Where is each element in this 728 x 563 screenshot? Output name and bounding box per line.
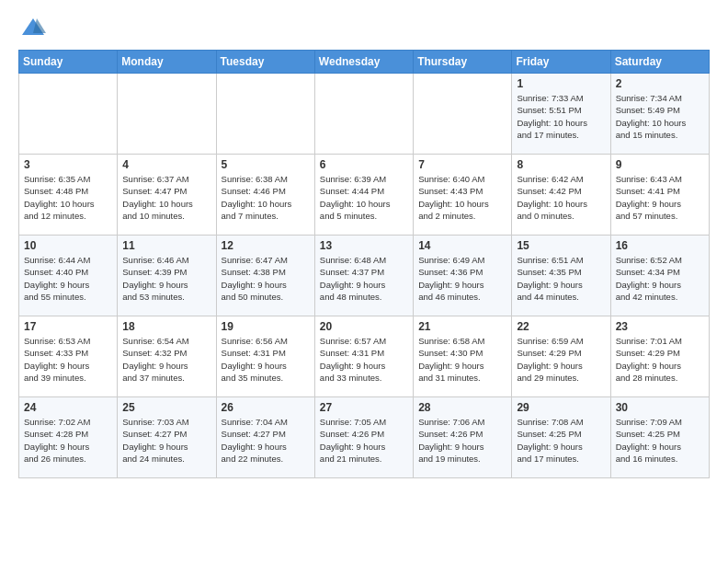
day-number: 4 <box>122 158 210 171</box>
calendar-cell: 30Sunrise: 7:09 AM Sunset: 4:25 PM Dayli… <box>610 397 709 478</box>
day-number: 16 <box>616 239 704 252</box>
weekday-header-thursday: Thursday <box>414 51 512 74</box>
day-number: 17 <box>24 320 112 333</box>
day-number: 20 <box>320 320 408 333</box>
day-number: 30 <box>616 401 704 414</box>
weekday-header-wednesday: Wednesday <box>314 51 413 74</box>
calendar-cell: 8Sunrise: 6:42 AM Sunset: 4:42 PM Daylig… <box>512 155 610 236</box>
week-row-4: 24Sunrise: 7:02 AM Sunset: 4:28 PM Dayli… <box>19 397 710 478</box>
day-number: 29 <box>517 401 605 414</box>
day-info: Sunrise: 6:35 AM Sunset: 4:48 PM Dayligh… <box>24 173 112 222</box>
calendar-cell: 1Sunrise: 7:33 AM Sunset: 5:51 PM Daylig… <box>512 74 610 155</box>
day-number: 27 <box>320 401 408 414</box>
calendar-cell <box>216 74 314 155</box>
calendar-cell: 11Sunrise: 6:46 AM Sunset: 4:39 PM Dayli… <box>118 236 216 316</box>
calendar-cell: 13Sunrise: 6:48 AM Sunset: 4:37 PM Dayli… <box>314 236 413 316</box>
calendar-table: SundayMondayTuesdayWednesdayThursdayFrid… <box>18 50 710 478</box>
calendar-cell <box>314 74 413 155</box>
day-info: Sunrise: 6:53 AM Sunset: 4:33 PM Dayligh… <box>24 335 112 384</box>
calendar-cell: 16Sunrise: 6:52 AM Sunset: 4:34 PM Dayli… <box>610 236 709 316</box>
calendar-cell <box>19 74 118 155</box>
day-info: Sunrise: 7:03 AM Sunset: 4:27 PM Dayligh… <box>122 416 210 465</box>
calendar-cell <box>118 74 216 155</box>
calendar-cell: 28Sunrise: 7:06 AM Sunset: 4:26 PM Dayli… <box>414 397 512 478</box>
day-info: Sunrise: 6:56 AM Sunset: 4:31 PM Dayligh… <box>222 335 310 384</box>
calendar-cell: 19Sunrise: 6:56 AM Sunset: 4:31 PM Dayli… <box>216 316 314 397</box>
week-row-3: 17Sunrise: 6:53 AM Sunset: 4:33 PM Dayli… <box>19 316 710 397</box>
day-info: Sunrise: 7:34 AM Sunset: 5:49 PM Dayligh… <box>616 92 704 141</box>
day-info: Sunrise: 6:42 AM Sunset: 4:42 PM Dayligh… <box>517 173 605 222</box>
day-info: Sunrise: 7:06 AM Sunset: 4:26 PM Dayligh… <box>418 416 506 465</box>
day-info: Sunrise: 7:33 AM Sunset: 5:51 PM Dayligh… <box>517 92 605 141</box>
calendar-cell: 15Sunrise: 6:51 AM Sunset: 4:35 PM Dayli… <box>512 236 610 316</box>
day-number: 21 <box>418 320 506 333</box>
calendar-body: 1Sunrise: 7:33 AM Sunset: 5:51 PM Daylig… <box>19 74 710 478</box>
day-number: 28 <box>418 401 506 414</box>
day-number: 7 <box>418 158 506 171</box>
day-info: Sunrise: 6:47 AM Sunset: 4:38 PM Dayligh… <box>222 254 310 303</box>
calendar-cell <box>414 74 512 155</box>
day-number: 6 <box>320 158 408 171</box>
calendar-cell: 25Sunrise: 7:03 AM Sunset: 4:27 PM Dayli… <box>118 397 216 478</box>
day-number: 9 <box>616 158 704 171</box>
day-info: Sunrise: 6:40 AM Sunset: 4:43 PM Dayligh… <box>418 173 506 222</box>
day-number: 1 <box>517 77 605 90</box>
svg-marker-1 <box>33 18 46 33</box>
day-info: Sunrise: 6:49 AM Sunset: 4:36 PM Dayligh… <box>418 254 506 303</box>
day-number: 24 <box>24 401 112 414</box>
day-number: 18 <box>122 320 210 333</box>
calendar-cell: 23Sunrise: 7:01 AM Sunset: 4:29 PM Dayli… <box>610 316 709 397</box>
calendar-cell: 7Sunrise: 6:40 AM Sunset: 4:43 PM Daylig… <box>414 155 512 236</box>
calendar-cell: 6Sunrise: 6:39 AM Sunset: 4:44 PM Daylig… <box>314 155 413 236</box>
day-info: Sunrise: 6:37 AM Sunset: 4:47 PM Dayligh… <box>122 173 210 222</box>
weekday-header-monday: Monday <box>118 51 216 74</box>
week-row-1: 3Sunrise: 6:35 AM Sunset: 4:48 PM Daylig… <box>19 155 710 236</box>
day-info: Sunrise: 6:59 AM Sunset: 4:29 PM Dayligh… <box>517 335 605 384</box>
day-info: Sunrise: 7:05 AM Sunset: 4:26 PM Dayligh… <box>320 416 408 465</box>
day-number: 14 <box>418 239 506 252</box>
weekday-header-saturday: Saturday <box>610 51 709 74</box>
calendar-cell: 29Sunrise: 7:08 AM Sunset: 4:25 PM Dayli… <box>512 397 610 478</box>
logo <box>18 15 46 40</box>
calendar-cell: 18Sunrise: 6:54 AM Sunset: 4:32 PM Dayli… <box>118 316 216 397</box>
calendar-cell: 5Sunrise: 6:38 AM Sunset: 4:46 PM Daylig… <box>216 155 314 236</box>
day-info: Sunrise: 6:51 AM Sunset: 4:35 PM Dayligh… <box>517 254 605 303</box>
calendar-cell: 26Sunrise: 7:04 AM Sunset: 4:27 PM Dayli… <box>216 397 314 478</box>
calendar-cell: 24Sunrise: 7:02 AM Sunset: 4:28 PM Dayli… <box>19 397 118 478</box>
header <box>18 15 710 40</box>
day-info: Sunrise: 7:01 AM Sunset: 4:29 PM Dayligh… <box>616 335 704 384</box>
calendar-cell: 17Sunrise: 6:53 AM Sunset: 4:33 PM Dayli… <box>19 316 118 397</box>
day-info: Sunrise: 7:09 AM Sunset: 4:25 PM Dayligh… <box>616 416 704 465</box>
day-info: Sunrise: 6:48 AM Sunset: 4:37 PM Dayligh… <box>320 254 408 303</box>
calendar-cell: 20Sunrise: 6:57 AM Sunset: 4:31 PM Dayli… <box>314 316 413 397</box>
day-info: Sunrise: 6:54 AM Sunset: 4:32 PM Dayligh… <box>122 335 210 384</box>
day-number: 26 <box>222 401 310 414</box>
day-number: 13 <box>320 239 408 252</box>
day-number: 19 <box>222 320 310 333</box>
calendar-cell: 12Sunrise: 6:47 AM Sunset: 4:38 PM Dayli… <box>216 236 314 316</box>
calendar-cell: 21Sunrise: 6:58 AM Sunset: 4:30 PM Dayli… <box>414 316 512 397</box>
day-info: Sunrise: 6:46 AM Sunset: 4:39 PM Dayligh… <box>122 254 210 303</box>
day-number: 15 <box>517 239 605 252</box>
calendar-cell: 2Sunrise: 7:34 AM Sunset: 5:49 PM Daylig… <box>610 74 709 155</box>
calendar-cell: 9Sunrise: 6:43 AM Sunset: 4:41 PM Daylig… <box>610 155 709 236</box>
weekday-header-row: SundayMondayTuesdayWednesdayThursdayFrid… <box>19 51 710 74</box>
day-number: 10 <box>24 239 112 252</box>
day-number: 3 <box>24 158 112 171</box>
calendar-header: SundayMondayTuesdayWednesdayThursdayFrid… <box>19 51 710 74</box>
day-number: 11 <box>122 239 210 252</box>
day-number: 12 <box>222 239 310 252</box>
calendar-cell: 10Sunrise: 6:44 AM Sunset: 4:40 PM Dayli… <box>19 236 118 316</box>
day-info: Sunrise: 6:52 AM Sunset: 4:34 PM Dayligh… <box>616 254 704 303</box>
day-info: Sunrise: 6:38 AM Sunset: 4:46 PM Dayligh… <box>222 173 310 222</box>
day-info: Sunrise: 6:43 AM Sunset: 4:41 PM Dayligh… <box>616 173 704 222</box>
weekday-header-friday: Friday <box>512 51 610 74</box>
weekday-header-tuesday: Tuesday <box>216 51 314 74</box>
day-number: 2 <box>616 77 704 90</box>
day-number: 8 <box>517 158 605 171</box>
calendar-cell: 4Sunrise: 6:37 AM Sunset: 4:47 PM Daylig… <box>118 155 216 236</box>
week-row-2: 10Sunrise: 6:44 AM Sunset: 4:40 PM Dayli… <box>19 236 710 316</box>
day-number: 22 <box>517 320 605 333</box>
day-number: 5 <box>222 158 310 171</box>
day-info: Sunrise: 6:57 AM Sunset: 4:31 PM Dayligh… <box>320 335 408 384</box>
